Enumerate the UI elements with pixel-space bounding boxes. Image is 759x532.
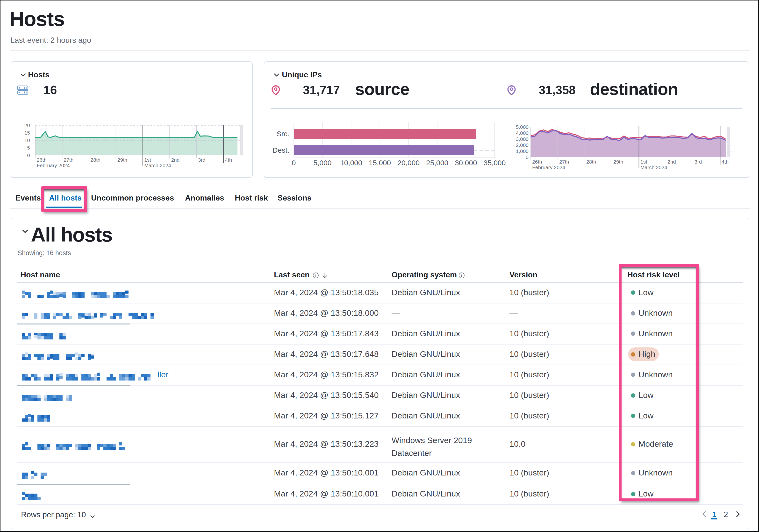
svg-text:3rd: 3rd — [695, 159, 702, 165]
svg-text:27th: 27th — [63, 157, 73, 163]
svg-text:20,000: 20,000 — [397, 159, 419, 167]
svg-text:28th: 28th — [586, 159, 596, 165]
svg-text:3rd: 3rd — [198, 157, 205, 163]
svg-text:15,000: 15,000 — [369, 159, 391, 167]
svg-text:0: 0 — [292, 159, 296, 167]
svg-text:35,000: 35,000 — [484, 159, 506, 167]
svg-text:2,000: 2,000 — [516, 142, 529, 148]
svg-text:27th: 27th — [559, 159, 569, 165]
svg-text:5,000: 5,000 — [313, 159, 332, 167]
svg-text:30,000: 30,000 — [455, 159, 477, 167]
svg-text:29th: 29th — [613, 159, 623, 165]
svg-text:February 2024: February 2024 — [37, 163, 70, 168]
svg-text:10,000: 10,000 — [340, 159, 362, 167]
svg-text:4,000: 4,000 — [516, 130, 529, 136]
svg-text:26th: 26th — [37, 157, 47, 163]
svg-text:1,000: 1,000 — [516, 148, 529, 154]
svg-text:1st: 1st — [640, 159, 647, 165]
svg-text:29th: 29th — [117, 157, 127, 163]
svg-text:0: 0 — [526, 154, 529, 160]
svg-text:5: 5 — [27, 145, 30, 150]
svg-text:1st: 1st — [144, 157, 151, 163]
svg-text:20: 20 — [24, 122, 30, 128]
svg-text:Dest.: Dest. — [272, 146, 289, 154]
svg-text:3,000: 3,000 — [516, 136, 529, 142]
svg-text:March 2024: March 2024 — [144, 163, 171, 168]
svg-text:10: 10 — [24, 138, 30, 143]
svg-text:25,000: 25,000 — [426, 159, 448, 167]
svg-text:5,000: 5,000 — [516, 124, 529, 130]
svg-text:2nd: 2nd — [171, 157, 180, 163]
svg-text:March 2024: March 2024 — [640, 165, 667, 170]
svg-text:15: 15 — [24, 130, 30, 136]
svg-text:4th: 4th — [225, 157, 232, 163]
svg-text:0: 0 — [27, 152, 30, 158]
svg-text:28th: 28th — [91, 157, 100, 163]
svg-text:Src.: Src. — [277, 130, 289, 138]
svg-text:February 2024: February 2024 — [532, 165, 565, 170]
svg-text:26th: 26th — [532, 159, 542, 165]
svg-text:2nd: 2nd — [667, 159, 676, 165]
svg-text:4th: 4th — [722, 159, 729, 165]
